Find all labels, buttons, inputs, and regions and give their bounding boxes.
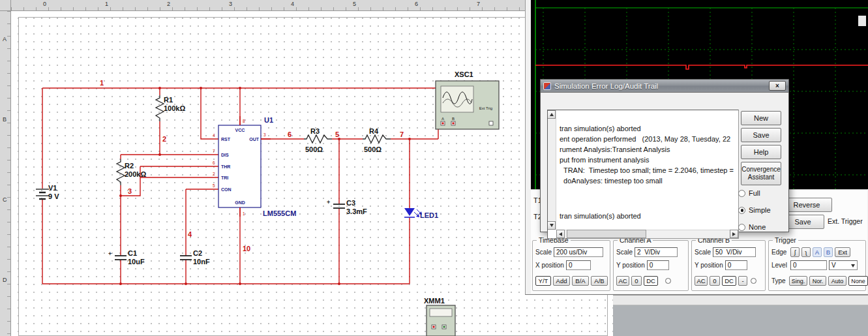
new-button[interactable]: New <box>741 111 781 125</box>
scroll-left-icon[interactable] <box>556 230 565 238</box>
channel-b-ypos-field[interactable]: 0 <box>725 260 747 270</box>
radio-none[interactable]: None <box>738 223 766 231</box>
trigger-type-nor-button[interactable]: Nor. <box>809 276 826 286</box>
log-line: rument Analysis:Transient Analysis <box>560 144 737 155</box>
radio-simple[interactable]: Simple <box>738 206 771 214</box>
resistor-r4[interactable] <box>363 135 391 143</box>
channel-b-minus-button[interactable]: - <box>738 276 747 286</box>
channel-b-scale-field[interactable]: 50 V/Div <box>713 247 756 257</box>
channel-b-zero-button[interactable]: 0 <box>710 276 720 286</box>
ruler-vertical: A B C D <box>0 11 11 336</box>
net-label-10: 10 <box>243 245 250 252</box>
resistor-r1[interactable] <box>156 95 164 121</box>
scroll-right-icon[interactable] <box>730 230 738 238</box>
ruler-number: 2 <box>167 1 170 7</box>
help-button[interactable]: Help <box>741 145 781 159</box>
timebase-xpos-field[interactable]: 0 <box>566 260 591 270</box>
c1-ref: C1 <box>128 249 137 257</box>
log-line: ent operation performed (2013, May 28, T… <box>560 134 737 144</box>
channel-a-ypos-row: Y position 0 <box>616 260 669 270</box>
trigger-type-sing-button[interactable]: Sing. <box>789 276 807 286</box>
battery-v1[interactable] <box>36 189 49 199</box>
trigger-source-a-button[interactable]: A <box>813 247 822 257</box>
scrollbar-thumb[interactable] <box>567 230 646 238</box>
c2-value: 10nF <box>193 258 210 266</box>
trigger-source-b-button[interactable]: B <box>824 247 833 257</box>
radio-none-label: None <box>749 223 766 231</box>
dialog-titlebar[interactable]: Simulation Error Log/Audit Trail × <box>541 80 788 93</box>
capacitor-c1[interactable] <box>115 256 127 260</box>
instrument-xmm1[interactable] <box>427 305 455 336</box>
ruler-corner <box>0 0 11 11</box>
resistor-r3[interactable] <box>304 135 332 143</box>
dropdown-arrow-icon <box>851 264 855 267</box>
ruler-horizontal: 0 1 2 3 4 5 6 7 <box>11 0 613 11</box>
u1-pin-tri: TRI <box>221 176 228 180</box>
channel-a-ground-icon <box>665 278 671 284</box>
xsc1-terminal-b-label: B <box>452 117 455 121</box>
trigger-type-row: Type Sing. Nor. Auto None <box>771 276 868 286</box>
circuit-canvas[interactable]: V1 9 V R1 100kΩ R2 200kΩ R3 500Ω R4 500Ω… <box>0 0 613 336</box>
r2-ref: R2 <box>125 162 134 170</box>
log-line: tran simulation(s) aborted <box>560 123 737 134</box>
docked-panel-edge <box>613 295 868 305</box>
channel-b-ac-button[interactable]: AC <box>695 276 708 286</box>
instrument-xsc1[interactable] <box>436 81 499 129</box>
ruler-letter: A <box>3 36 7 42</box>
falling-edge-button[interactable]: ʅ <box>801 247 811 257</box>
timebase-xpos-label: X position <box>535 262 564 269</box>
add-mode-button[interactable]: Add <box>553 276 570 286</box>
u1-pinnum-thr: 6 <box>213 160 215 165</box>
u1-pin-con: CON <box>221 187 232 192</box>
resistor-r2[interactable] <box>117 159 125 185</box>
convergence-assistant-button[interactable]: Convergence Assistant <box>741 162 781 185</box>
u1-pin-vcc: VCC <box>235 128 245 132</box>
channel-a-ac-button[interactable]: AC <box>616 276 629 286</box>
yt-mode-button[interactable]: Y/T <box>535 276 551 286</box>
channel-a-dc-button[interactable]: DC <box>644 276 658 286</box>
channel-b-dc-button[interactable]: DC <box>722 276 736 286</box>
u1-ref: U1 <box>264 116 273 124</box>
radio-full[interactable]: Full <box>738 189 760 197</box>
u1-pinnum-gnd: 1 <box>243 211 245 216</box>
vertical-scrollbar[interactable] <box>548 110 556 230</box>
trigger-type-auto-button[interactable]: Auto <box>828 276 846 286</box>
ba-mode-button[interactable]: B/A <box>572 276 589 286</box>
radio-circle-icon <box>738 207 745 214</box>
u1-part: LM555CM <box>263 209 296 217</box>
ab-mode-button[interactable]: A/B <box>591 276 608 286</box>
channel-b-ypos-label: Y position <box>695 262 723 269</box>
trigger-level-field[interactable]: 0 <box>790 260 827 270</box>
net-label-3: 3 <box>128 187 132 195</box>
ruler-ticks <box>11 7 613 10</box>
trigger-group: Trigger Edge ʃ ʅ A B Ext Level 0 V <box>768 240 866 291</box>
trigger-type-none-button[interactable]: None <box>848 276 868 286</box>
led-led1[interactable] <box>404 208 422 217</box>
channel-a-zero-button[interactable]: 0 <box>631 276 642 286</box>
scope-controls-panel: Timebase Scale 200 us/Div X position 0 Y… <box>531 236 867 294</box>
save-log-button[interactable]: Save <box>741 128 781 142</box>
ruler-number: 1 <box>105 1 108 7</box>
net-label-1: 1 <box>100 79 104 87</box>
trigger-marker[interactable] <box>858 16 866 26</box>
scroll-up-icon[interactable] <box>547 110 556 119</box>
scroll-down-icon[interactable] <box>547 221 556 230</box>
c3-value: 3.3mF <box>346 207 367 215</box>
trigger-type-label: Type <box>771 277 787 284</box>
ruler-number: 4 <box>291 1 294 7</box>
error-log-listbox[interactable]: tran simulation(s) aborted ent operation… <box>547 110 739 239</box>
simulation-error-dialog[interactable]: Simulation Error Log/Audit Trail × tran … <box>540 79 789 232</box>
trigger-source-ext-button[interactable]: Ext <box>835 247 850 257</box>
u1-pinnum-dis: 7 <box>213 149 215 153</box>
channel-a-scale-field[interactable]: 2 V/Div <box>635 247 678 257</box>
rising-edge-button[interactable]: ʃ <box>790 247 800 257</box>
timebase-xpos-row: X position 0 <box>535 260 591 270</box>
trigger-level-unit-dropdown[interactable]: V <box>829 260 858 270</box>
ruler-letter: B <box>3 116 7 123</box>
close-icon[interactable]: × <box>769 81 786 91</box>
capacitor-c3[interactable] <box>333 204 345 208</box>
timebase-scale-field[interactable]: 200 us/Div <box>554 247 603 257</box>
horizontal-scrollbar[interactable] <box>556 230 738 238</box>
channel-a-ypos-field[interactable]: 0 <box>647 260 669 270</box>
capacitor-c2[interactable] <box>180 256 192 260</box>
